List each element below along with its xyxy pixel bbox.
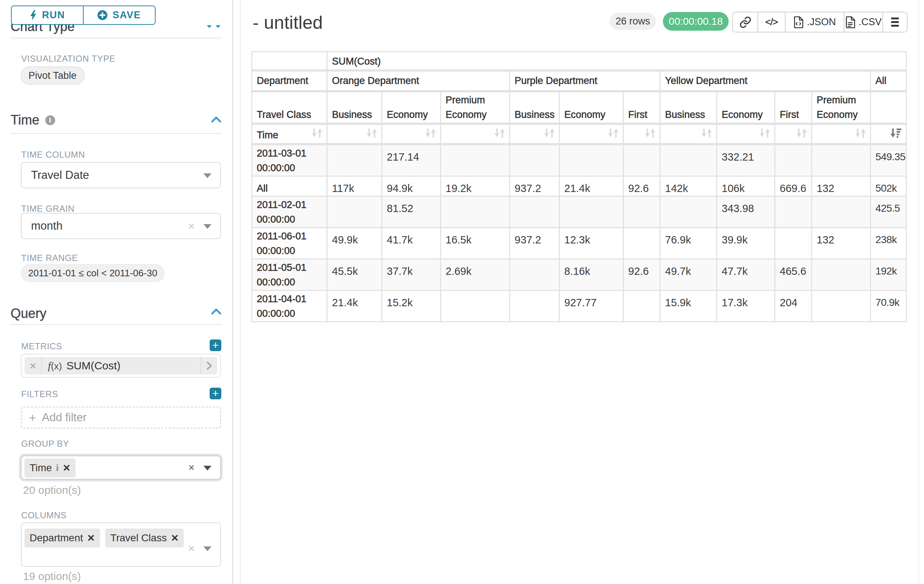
value-cell: 204 bbox=[776, 291, 812, 322]
sort-desc-icon[interactable] bbox=[890, 128, 901, 138]
metrics-label: METRICS bbox=[21, 341, 62, 352]
time-range-value[interactable]: 2011-01-01 ≤ col < 2011-06-30 bbox=[21, 264, 165, 282]
value-cell: 21.4k bbox=[328, 291, 383, 322]
export-csv-button[interactable]: .CSV bbox=[845, 12, 883, 32]
value-cell: 19.2k bbox=[441, 177, 510, 197]
add-metric-button[interactable]: + bbox=[210, 339, 221, 351]
chip-label: Travel Class bbox=[110, 532, 167, 544]
query-section-heading[interactable]: Query bbox=[11, 306, 46, 321]
collapse-chevron-icon[interactable] bbox=[211, 308, 221, 315]
pivot-row: 2011-03-0100:00:00217.14332.21549.35 bbox=[252, 145, 907, 177]
value-cell bbox=[328, 197, 383, 228]
value-cell bbox=[510, 145, 560, 177]
time-column-select[interactable]: Travel Date bbox=[21, 162, 221, 188]
value-cell: 41.7k bbox=[383, 228, 441, 260]
department-group-cell: Purple Department bbox=[510, 72, 661, 92]
clear-icon[interactable]: × bbox=[188, 462, 195, 473]
sort-icon[interactable] bbox=[855, 128, 866, 138]
bolt-icon bbox=[30, 10, 37, 20]
metrics-control: × f(x) SUM(Cost) bbox=[21, 354, 221, 378]
value-cell: 8.16k bbox=[560, 260, 624, 291]
sort-cell bbox=[624, 125, 661, 145]
sort-icon[interactable] bbox=[367, 128, 377, 138]
travel-class-cell: First bbox=[624, 92, 661, 125]
value-cell: 132 bbox=[812, 228, 871, 260]
value-cell: 94.9k bbox=[383, 177, 441, 197]
chart-panel-right-border bbox=[919, 0, 919, 584]
add-filter-button[interactable]: + Add filter bbox=[21, 406, 221, 429]
sort-icon[interactable] bbox=[608, 128, 618, 138]
section-divider bbox=[10, 133, 222, 134]
value-cell: 238k bbox=[871, 228, 907, 260]
share-link-button[interactable] bbox=[733, 12, 758, 32]
columns-select[interactable]: Department ✕ Travel Class ✕ × bbox=[21, 522, 221, 567]
value-cell bbox=[624, 291, 661, 322]
sort-icon[interactable] bbox=[797, 128, 807, 138]
columns-chip-travel-class[interactable]: Travel Class ✕ bbox=[105, 528, 184, 548]
value-cell bbox=[441, 291, 510, 322]
group-by-select[interactable]: Time i ✕ × bbox=[21, 456, 221, 480]
sort-icon[interactable] bbox=[701, 128, 712, 138]
clear-icon[interactable]: × bbox=[188, 543, 195, 554]
section-divider bbox=[10, 324, 222, 325]
export-json-button[interactable]: .JSON bbox=[785, 12, 845, 32]
sort-icon[interactable] bbox=[544, 128, 554, 138]
remove-chip-icon[interactable]: ✕ bbox=[171, 533, 179, 544]
value-cell bbox=[441, 197, 510, 228]
time-grain-select[interactable]: month × bbox=[21, 213, 221, 239]
file-code-icon bbox=[793, 16, 804, 28]
row-label-cell: 2011-06-0100:00:00 bbox=[252, 228, 328, 260]
value-cell: 37.7k bbox=[383, 260, 441, 291]
run-button[interactable]: RUN bbox=[12, 6, 84, 24]
value-cell: 15.2k bbox=[383, 291, 441, 322]
remove-chip-icon[interactable]: ✕ bbox=[63, 462, 71, 474]
collapse-chevron-icon[interactable] bbox=[211, 117, 221, 123]
sort-cell bbox=[383, 125, 441, 145]
csv-button-label: .CSV bbox=[859, 16, 882, 28]
sort-icon[interactable] bbox=[645, 128, 655, 138]
group-by-label: GROUP BY bbox=[21, 439, 69, 449]
value-cell: 12.3k bbox=[560, 228, 624, 260]
sort-icon[interactable] bbox=[760, 128, 770, 138]
value-cell: 142k bbox=[661, 177, 717, 197]
remove-chip-icon[interactable]: ✕ bbox=[87, 533, 95, 544]
row-dimension-cell: Department bbox=[252, 72, 328, 92]
value-cell bbox=[560, 197, 624, 228]
columns-chip-department[interactable]: Department ✕ bbox=[25, 528, 100, 548]
add-filter-plus-button[interactable]: + bbox=[210, 388, 221, 399]
metric-label: f(x) SUM(Cost) bbox=[42, 357, 201, 375]
value-cell: 669.6 bbox=[776, 177, 812, 197]
value-cell: 92.6 bbox=[624, 177, 661, 197]
menu-button[interactable] bbox=[883, 12, 907, 32]
pivot-table: SUM(Cost)DepartmentOrange DepartmentPurp… bbox=[251, 51, 907, 322]
department-group-cell: Yellow Department bbox=[661, 72, 871, 92]
group-by-chip-time[interactable]: Time i ✕ bbox=[25, 459, 76, 477]
clear-icon[interactable]: × bbox=[188, 220, 195, 232]
sort-cell bbox=[560, 125, 624, 145]
time-column-label: TIME COLUMN bbox=[21, 150, 85, 160]
expand-metric-icon[interactable] bbox=[201, 357, 217, 375]
visualization-type-value[interactable]: Pivot Table bbox=[20, 66, 85, 85]
remove-metric-icon[interactable]: × bbox=[25, 357, 42, 375]
sort-icon[interactable] bbox=[495, 128, 505, 138]
view-query-button[interactable]: </> bbox=[758, 12, 785, 32]
sort-icon[interactable] bbox=[312, 128, 322, 138]
chart-title[interactable]: - untitled bbox=[253, 12, 323, 33]
row-label-cell: All bbox=[252, 177, 328, 197]
save-button[interactable]: SAVE bbox=[84, 6, 155, 24]
travel-class-cell: Premium Economy bbox=[812, 92, 871, 125]
metric-chip[interactable]: × f(x) SUM(Cost) bbox=[25, 357, 217, 375]
time-sort-cell: Time bbox=[252, 125, 328, 145]
info-icon: i bbox=[45, 115, 55, 125]
pivot-row: 2011-04-0100:00:0021.4k15.2k927.7715.9k1… bbox=[252, 291, 907, 322]
travel-class-header-row: Travel ClassBusinessEconomyPremium Econo… bbox=[252, 92, 907, 125]
sort-header-row: Time bbox=[252, 125, 907, 145]
chart-panel-left-border bbox=[240, 0, 241, 584]
value-cell: 92.6 bbox=[624, 260, 661, 291]
sort-icon[interactable] bbox=[426, 128, 436, 138]
column-info-icon: i bbox=[56, 462, 58, 474]
columns-label: COLUMNS bbox=[21, 510, 66, 520]
chevron-down-icon bbox=[203, 546, 211, 551]
time-section-heading[interactable]: Time i bbox=[11, 112, 55, 128]
value-cell: 132 bbox=[812, 177, 871, 197]
